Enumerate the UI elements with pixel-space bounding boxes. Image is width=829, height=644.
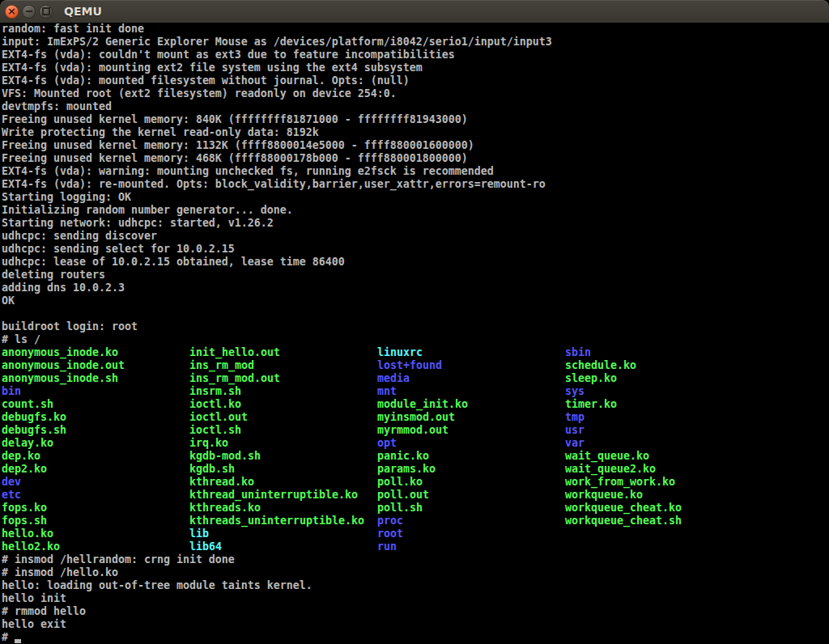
ls-entry-file: workqueue_cheat.ko: [565, 502, 682, 515]
qemu-window: × QEMU random: fast init doneinput: ImEx…: [0, 0, 829, 644]
ls-entry-file: fops.sh: [2, 515, 189, 527]
ls-entry-dir: lost+found: [377, 359, 565, 372]
ls-row: etckthread_uninterruptible.kopoll.outwor…: [2, 489, 829, 502]
close-icon: ×: [7, 6, 16, 16]
titlebar[interactable]: × QEMU: [0, 0, 829, 23]
terminal-line: Initializing random number generator... …: [2, 204, 829, 217]
ls-entry-dir: bin: [2, 385, 189, 398]
terminal-line: Freeing unused kernel memory: 1132K (fff…: [2, 139, 829, 152]
ls-entry-file: anonymous_inode.out: [2, 359, 189, 372]
ls-row: anonymous_inode.outins_rm_modlost+founds…: [2, 359, 829, 372]
ls-entry-file: poll.sh: [377, 502, 565, 515]
ls-entry-file: sleep.ko: [565, 372, 617, 385]
ls-entry-file: ioctl.out: [189, 411, 377, 424]
ls-entry-dir: proc: [377, 515, 565, 527]
ls-entry-dir: usr: [565, 424, 585, 437]
ls-entry-symlink: lib64: [189, 540, 377, 553]
ls-entry-dir: opt: [377, 437, 565, 450]
ls-entry-dir: var: [565, 437, 585, 450]
terminal-cursor: [15, 639, 21, 643]
minimize-button[interactable]: [22, 5, 36, 19]
ls-entry-file: kthreads_uninterruptible.ko: [189, 515, 377, 527]
ls-row: dep2.kokgdb.shparams.kowait_queue2.ko: [2, 463, 829, 476]
terminal-line: devtmpfs: mounted: [2, 100, 829, 113]
ls-entry-dir: run: [377, 540, 397, 553]
ls-row: devkthread.kopoll.kowork_from_work.ko: [2, 476, 829, 489]
window-title: QEMU: [64, 5, 102, 18]
ls-entry-file: params.ko: [377, 463, 565, 476]
ls-row: delay.koirq.kooptvar: [2, 437, 829, 450]
terminal-line: # insmod /hellrandom: crng init done: [2, 553, 829, 566]
ls-entry-file: fops.ko: [2, 502, 189, 515]
ls-entry-dir: media: [377, 372, 565, 385]
maximize-button[interactable]: [39, 5, 53, 19]
ls-entry-dir: sbin: [565, 346, 591, 359]
terminal-line: Starting logging: OK: [2, 191, 829, 204]
ls-entry-file: ins_rm_mod.out: [189, 372, 377, 385]
terminal-line: EXT4-fs (vda): re-mounted. Opts: block_v…: [2, 178, 829, 191]
ls-entry-symlink: lib: [189, 527, 377, 540]
ls-entry-file: dep.ko: [2, 450, 189, 463]
minimize-icon: [26, 11, 32, 12]
ls-entry-file: irq.ko: [189, 437, 377, 450]
ls-row: debugfs.koioctl.outmyinsmod.outtmp: [2, 411, 829, 424]
maximize-icon: [42, 7, 50, 15]
ls-entry-dir: sys: [565, 385, 585, 398]
ls-entry-file: ioctl.ko: [189, 398, 377, 411]
shell-prompt: #: [2, 631, 15, 643]
terminal-line: input: ImExPS/2 Generic Explorer Mouse a…: [2, 36, 829, 49]
terminal-line: Starting network: udhcpc: started, v1.26…: [2, 217, 829, 230]
ls-entry-file: anonymous_inode.sh: [2, 372, 189, 385]
ls-entry-file: wait_queue2.ko: [565, 463, 656, 476]
terminal-line: Write protecting the kernel read-only da…: [2, 126, 829, 139]
ls-entry-file: kthread_uninterruptible.ko: [189, 489, 377, 502]
terminal-line: hello: loading out-of-tree module taints…: [2, 579, 829, 592]
ls-entry-file: panic.ko: [377, 450, 565, 463]
ls-entry-file: ins_rm_mod: [189, 359, 377, 372]
ls-row: count.shioctl.komodule_init.kotimer.ko: [2, 398, 829, 411]
terminal-line: deleting routers: [2, 269, 829, 282]
ls-entry-file: poll.ko: [377, 476, 565, 489]
ls-entry-file: wait_queue.ko: [565, 450, 649, 463]
terminal-line: EXT4-fs (vda): mounted filesystem withou…: [2, 74, 829, 87]
ls-entry-file: ioctl.sh: [189, 424, 377, 437]
terminal-line: udhcpc: lease of 10.0.2.15 obtained, lea…: [2, 256, 829, 269]
terminal-line: VFS: Mounted root (ext2 filesystem) read…: [2, 87, 829, 100]
ls-entry-file: kthreads.ko: [189, 502, 377, 515]
ls-entry-file: myinsmod.out: [377, 411, 565, 424]
ls-row: debugfs.shioctl.shmyrmmod.outusr: [2, 424, 829, 437]
ls-row: fops.kokthreads.kopoll.shworkqueue_cheat…: [2, 502, 829, 515]
ls-row: dep.kokgdb-mod.shpanic.kowait_queue.ko: [2, 450, 829, 463]
ls-entry-dir: root: [377, 527, 403, 540]
ls-entry-file: kgdb-mod.sh: [189, 450, 377, 463]
ls-row: hello.kolibroot: [2, 527, 829, 540]
ls-row: hello2.kolib64run: [2, 540, 829, 553]
terminal-line: # ls /: [2, 333, 829, 346]
ls-entry-file: work_from_work.ko: [565, 476, 675, 489]
ls-entry-file: hello2.ko: [2, 540, 189, 553]
ls-row: anonymous_inode.shins_rm_mod.outmediasle…: [2, 372, 829, 385]
ls-entry-file: debugfs.ko: [2, 411, 189, 424]
ls-entry-symlink: linuxrc: [377, 346, 565, 359]
terminal-line: # insmod /hello.ko: [2, 566, 829, 579]
terminal-line: EXT4-fs (vda): warning: mounting uncheck…: [2, 165, 829, 178]
ls-entry-file: delay.ko: [2, 437, 189, 450]
ls-entry-file: anonymous_inode.ko: [2, 346, 189, 359]
ls-entry-dir: etc: [2, 489, 189, 502]
ls-row: anonymous_inode.koinit_hello.outlinuxrcs…: [2, 346, 829, 359]
ls-entry-file: workqueue_cheat.sh: [565, 515, 682, 527]
ls-entry-file: poll.out: [377, 489, 565, 502]
terminal-line: [2, 307, 829, 320]
ls-entry-file: module_init.ko: [377, 398, 565, 411]
close-button[interactable]: ×: [5, 5, 19, 19]
ls-entry-file: dep2.ko: [2, 463, 189, 476]
ls-entry-dir: dev: [2, 476, 189, 489]
terminal-line: hello exit: [2, 618, 829, 631]
terminal-output[interactable]: random: fast init doneinput: ImExPS/2 Ge…: [0, 23, 829, 644]
terminal-line: # rmmod hello: [2, 605, 829, 618]
terminal-line: adding dns 10.0.2.3: [2, 282, 829, 294]
terminal-line: udhcpc: sending select for 10.0.2.15: [2, 243, 829, 256]
ls-entry-file: insrm.sh: [189, 385, 377, 398]
terminal-line: random: fast init done: [2, 23, 829, 36]
terminal-line: OK: [2, 294, 829, 307]
